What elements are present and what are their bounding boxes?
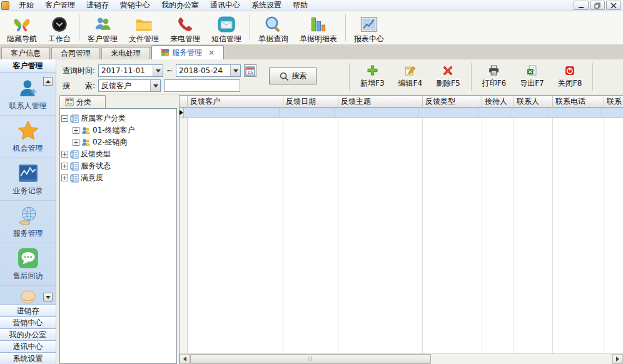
arrow-left-icon <box>183 356 186 361</box>
column-header-feedback-type[interactable]: 反馈类型 <box>423 96 482 108</box>
menu-help[interactable]: 帮助 <box>287 0 313 11</box>
delete-x-icon <box>443 66 453 76</box>
column-header-feedback-subject[interactable]: 反馈主题 <box>338 96 423 108</box>
customers-icon <box>93 14 112 34</box>
menu-customer[interactable]: 客户管理 <box>39 0 81 11</box>
chart-icon <box>18 163 39 184</box>
toolbar-workbench-button[interactable]: 工作台 <box>43 13 76 44</box>
tree-node-customer-category[interactable]: 所属客户分类 <box>61 113 175 124</box>
collapse-icon[interactable] <box>61 115 68 122</box>
scrollbar-track[interactable] <box>190 354 612 364</box>
sidebar-group-inventory[interactable]: 进销存 <box>0 305 56 316</box>
search-input[interactable] <box>164 79 240 92</box>
edit-button[interactable]: 编辑F4 <box>392 61 430 93</box>
arrow-up-icon <box>46 80 51 83</box>
menu-inventory[interactable]: 进销存 <box>81 0 114 11</box>
barchart-icon <box>310 14 327 34</box>
sidebar-group-communication[interactable]: 通讯中心 <box>0 340 56 352</box>
tree-node-feedback-type[interactable]: 反馈类型 <box>61 148 175 160</box>
tab-customer-info[interactable]: 客户信息 <box>1 47 50 59</box>
grid-cell <box>184 108 280 118</box>
search-type-dropdown[interactable]: 反馈客户 <box>98 79 161 92</box>
tree-node-terminal-customers[interactable]: 01-终端客户 <box>73 124 175 136</box>
scrollbar-thumb[interactable] <box>190 354 431 364</box>
toolbar-doc-detail-button[interactable]: 单据明细表 <box>294 13 343 44</box>
menu-start[interactable]: 开始 <box>13 0 39 11</box>
power-icon <box>565 66 575 76</box>
sidebar-item-business-records[interactable]: 业务记录 <box>0 158 56 200</box>
chat-icon <box>18 248 39 269</box>
category-icon <box>70 150 79 159</box>
toolbar-file-mgmt-button[interactable]: 文件管理 <box>123 13 165 44</box>
sidebar-item-after-sales[interactable]: 售后回访 <box>0 243 56 285</box>
selected-empty-row[interactable] <box>180 108 623 118</box>
tree-node-service-status[interactable]: 服务状态 <box>61 160 175 172</box>
scroll-left-button[interactable] <box>180 354 190 364</box>
menu-communication[interactable]: 通讯中心 <box>205 0 246 11</box>
menu-bar: 开始 客户管理 进销存 营销中心 我的办公室 通讯中心 系统设置 帮助 <box>0 0 623 11</box>
row-selector-header <box>180 96 188 108</box>
toolbar-doc-query-button[interactable]: 单据查询 <box>253 13 294 44</box>
sidebar-group-settings[interactable]: 系统设置 <box>0 352 56 364</box>
sidebar-scroll-down-button[interactable] <box>43 293 53 301</box>
minimize-button[interactable] <box>574 1 589 10</box>
column-header-feedback-date[interactable]: 反馈日期 <box>283 96 338 108</box>
users-icon <box>81 138 91 147</box>
export-button[interactable]: 导出F7 <box>513 61 551 93</box>
phone-icon <box>176 14 194 34</box>
toolbar-call-mgmt-button[interactable]: 来电管理 <box>165 13 206 44</box>
column-header-feedback-customer[interactable]: 反馈客户 <box>188 96 283 108</box>
expand-icon[interactable] <box>61 163 68 169</box>
tree-node-satisfaction[interactable]: 满意度 <box>61 172 175 184</box>
dropdown-button[interactable] <box>150 80 160 91</box>
sidebar-group-office[interactable]: 我的办公室 <box>0 328 56 340</box>
tab-call-handling[interactable]: 来电处理 <box>101 47 150 59</box>
expand-icon[interactable] <box>61 174 68 181</box>
column-header-receptionist[interactable]: 接待人 <box>482 96 514 108</box>
sidebar-header-customer-mgmt[interactable]: 客户管理 <box>0 59 56 73</box>
dropdown-button[interactable] <box>230 65 240 76</box>
expand-icon[interactable] <box>73 139 79 146</box>
toolbar-sms-mgmt-button[interactable]: 短信管理 <box>206 13 247 44</box>
toolbar-hide-nav-button[interactable]: 隐藏导航 <box>1 13 43 44</box>
horizontal-scrollbar[interactable] <box>180 353 623 364</box>
add-button[interactable]: 新增F3 <box>353 61 392 93</box>
dropdown-button[interactable] <box>153 65 163 76</box>
column-header-contact-2[interactable]: 联系 <box>604 96 623 108</box>
menu-settings[interactable]: 系统设置 <box>246 0 287 11</box>
sidebar-item-label: 联系人管理 <box>9 101 47 111</box>
sidebar-group-marketing[interactable]: 营销中心 <box>0 316 56 328</box>
expand-icon[interactable] <box>73 127 79 134</box>
tab-close-icon[interactable]: × <box>208 48 215 57</box>
print-button[interactable]: 打印F6 <box>475 61 514 93</box>
close-panel-button[interactable]: 关闭F8 <box>551 61 589 93</box>
restore-button[interactable] <box>590 1 605 10</box>
category-tab[interactable]: 分类 <box>59 95 106 108</box>
tab-service-mgmt[interactable]: 服务管理 × <box>151 45 224 59</box>
menu-office[interactable]: 我的办公室 <box>156 0 205 11</box>
person-bow-icon <box>16 290 41 305</box>
delete-button[interactable]: 删除F5 <box>429 61 467 93</box>
toolbar-report-center-button[interactable]: 报表中心 <box>348 13 390 44</box>
menu-marketing[interactable]: 营销中心 <box>114 0 156 11</box>
clock-icon <box>51 14 68 34</box>
column-header-contact[interactable]: 联系人 <box>514 96 553 108</box>
date-from-dropdown[interactable]: 2017-11-01 <box>98 64 163 77</box>
sidebar-scroll-up-button[interactable] <box>43 77 53 86</box>
toolbar-customer-mgmt-button[interactable]: 客户管理 <box>82 13 123 44</box>
tree-node-distributors[interactable]: 02-经销商 <box>73 136 175 148</box>
category-tab-label: 分类 <box>76 97 91 108</box>
calendar-button[interactable]: 15 <box>244 64 256 77</box>
close-button[interactable] <box>606 1 621 10</box>
sidebar-item-opportunities[interactable]: 机会管理 <box>0 115 56 158</box>
sidebar-item-service-mgmt[interactable]: 服务管理 <box>0 200 56 243</box>
tab-contract-mgmt[interactable]: 合同管理 <box>51 47 100 59</box>
magnifier-icon <box>264 14 283 34</box>
grid-column-track <box>423 118 482 353</box>
scroll-right-button[interactable] <box>612 354 623 364</box>
search-button[interactable]: 搜索 <box>269 68 317 84</box>
grid-column-track <box>338 118 423 353</box>
column-header-contact-phone[interactable]: 联系电话 <box>553 96 604 108</box>
date-to-dropdown[interactable]: 2018-05-24 <box>176 64 241 77</box>
expand-icon[interactable] <box>61 151 68 158</box>
